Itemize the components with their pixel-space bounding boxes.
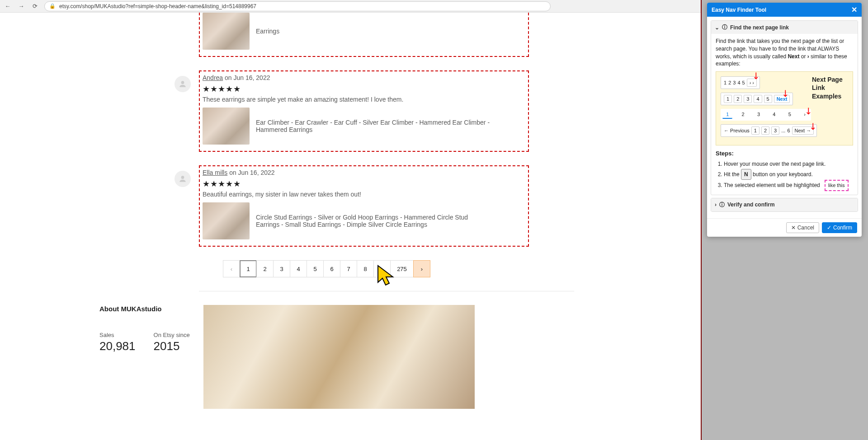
close-icon: ✕ <box>791 225 796 231</box>
svg-point-0 <box>181 81 184 84</box>
close-icon[interactable]: ✕ <box>851 5 857 14</box>
page-3-button[interactable]: 3 <box>273 260 290 277</box>
section-header[interactable]: › ⓘ Verify and confirm <box>711 198 858 211</box>
key-n: N <box>741 169 751 180</box>
review-card: Ella mills on Jun 16, 2022 ★★★★★ Beautif… <box>199 165 529 247</box>
page-prev-button[interactable]: ‹ <box>223 260 240 277</box>
step-1: Hover your mouse over the next page link… <box>724 159 853 169</box>
forward-button[interactable]: → <box>17 2 25 10</box>
svg-point-1 <box>181 176 184 179</box>
tool-title: Easy Nav Finder Tool <box>712 7 766 13</box>
review-date: Jun 16, 2022 <box>234 74 270 81</box>
steps-list: Hover your mouse over the next page link… <box>716 159 853 191</box>
example-pagination-3: 12345› <box>721 109 811 121</box>
reload-button[interactable]: ⟳ <box>31 2 39 10</box>
review-date-prefix: on <box>225 74 232 81</box>
url-text: etsy.com/shop/MUKAstudio?ref=simple-shop… <box>59 3 256 9</box>
steps-heading: Steps: <box>716 150 853 157</box>
section-title: Find the next page link <box>730 24 789 31</box>
instructions-text: Find the link that takes you the next pa… <box>716 37 853 68</box>
examples-title: Next Page Link Examples <box>812 75 848 100</box>
page-4-button[interactable]: 4 <box>290 260 307 277</box>
page-next-button[interactable]: › <box>413 260 430 277</box>
page-ellipsis: ... <box>373 260 391 277</box>
section-find-next: ⌄ ⓘ Find the next page link Find the lin… <box>711 20 858 195</box>
divider <box>199 291 574 291</box>
product-thumbnail[interactable] <box>203 13 250 50</box>
info-icon: ⓘ <box>719 201 725 209</box>
step-2: Hit the N button on your keyboard. <box>724 169 853 180</box>
product-title[interactable]: Earrings <box>256 28 279 35</box>
product-title[interactable]: Circle Stud Earrings - Silver or Gold Ho… <box>256 214 491 228</box>
about-title: About MUKAstudio <box>99 305 190 313</box>
tool-footer: ✕Cancel ✓Confirm <box>707 218 862 237</box>
sales-label: Sales <box>99 332 136 338</box>
avatar[interactable] <box>175 76 191 92</box>
about-hero-image <box>203 305 475 409</box>
page-6-button[interactable]: 6 <box>323 260 340 277</box>
page-content: Earrings Andrea on Jun 16, 2022 ★★★★★ Th… <box>0 13 529 409</box>
chevron-right-icon: › <box>715 201 717 208</box>
example-pagination-4: ← Previous 123...6Next → <box>721 124 817 137</box>
review-card: Earrings <box>199 13 529 57</box>
since-value: 2015 <box>154 339 190 353</box>
star-rating: ★★★★★ <box>203 84 524 94</box>
examples-box: Next Page Link Examples ↘ 12345› › ↘ 123… <box>716 71 853 145</box>
cancel-button[interactable]: ✕Cancel <box>786 222 819 233</box>
review-card: Andrea on Jun 16, 2022 ★★★★★ These earri… <box>199 70 529 152</box>
easy-nav-tool-panel: Easy Nav Finder Tool ✕ ⌄ ⓘ Find the next… <box>707 3 862 237</box>
review-date-prefix: on <box>229 169 236 176</box>
address-bar[interactable]: 🔒 etsy.com/shop/MUKAstudio?ref=simple-sh… <box>44 1 551 11</box>
product-title[interactable]: Ear Climber - Ear Crawler - Ear Cuff - S… <box>256 119 491 133</box>
chevron-down-icon: ⌄ <box>715 24 719 31</box>
product-thumbnail[interactable] <box>203 108 250 145</box>
check-icon: ✓ <box>827 225 831 231</box>
tool-header[interactable]: Easy Nav Finder Tool ✕ <box>707 3 862 17</box>
star-rating: ★★★★★ <box>203 179 524 189</box>
confirm-button[interactable]: ✓Confirm <box>822 222 857 233</box>
page-5-button[interactable]: 5 <box>307 260 324 277</box>
review-text: These earrings are simple yet make an am… <box>203 96 524 103</box>
lock-icon: 🔒 <box>49 3 56 9</box>
sales-value: 20,981 <box>99 339 136 353</box>
review-text: Beautiful earrings, my sister in law nev… <box>203 191 524 198</box>
product-thumbnail[interactable] <box>203 202 250 239</box>
about-section: About MUKAstudio Sales 20,981 On Etsy si… <box>99 305 475 409</box>
page-2-button[interactable]: 2 <box>256 260 274 277</box>
page-1-button[interactable]: 1 <box>240 260 257 277</box>
section-header[interactable]: ⌄ ⓘ Find the next page link <box>711 21 858 34</box>
page-last-button[interactable]: 275 <box>390 260 414 277</box>
page-8-button[interactable]: 8 <box>357 260 374 277</box>
pagination: ‹ 1 2 3 4 5 6 7 8 ... 275 › <box>223 260 529 277</box>
avatar[interactable] <box>175 171 191 187</box>
info-icon: ⓘ <box>722 23 727 31</box>
section-title: Verify and confirm <box>727 201 775 208</box>
since-label: On Etsy since <box>154 332 190 338</box>
review-date: Jun 16, 2022 <box>238 169 275 176</box>
page-7-button[interactable]: 7 <box>340 260 357 277</box>
step-3: The selected element will be highlighted… <box>724 180 853 191</box>
section-verify: › ⓘ Verify and confirm <box>711 198 858 212</box>
reviewer-link[interactable]: Andrea <box>203 74 223 81</box>
back-button[interactable]: ← <box>4 2 12 10</box>
reviewer-link[interactable]: Ella mills <box>203 169 227 176</box>
highlight-sample: like this <box>825 180 849 191</box>
